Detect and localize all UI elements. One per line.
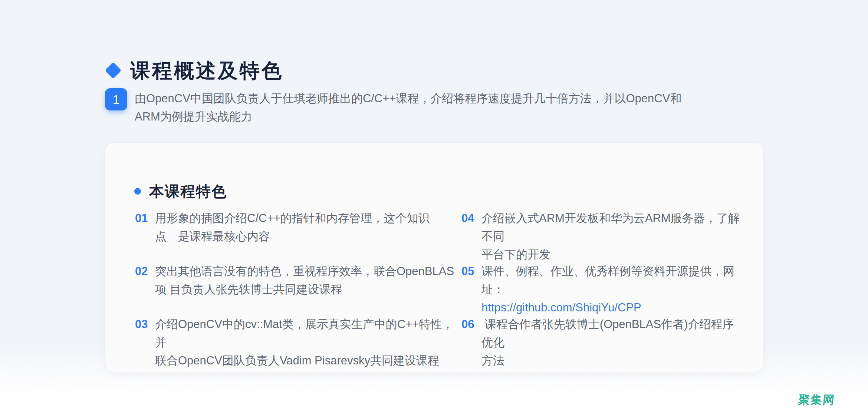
item-text: 介绍OpenCV中的cv::Mat类，展示真实生产中的C++特性，并 联合Ope… <box>155 315 461 370</box>
feature-item-04: 04 介绍嵌入式ARM开发板和华为云ARM服务器，了解不同 平台下的开发 <box>461 209 743 245</box>
intro-line: ARM为例提升实战能力 <box>135 108 681 126</box>
feature-item-01: 01 用形象的插图介绍C/C++的指针和内存管理，这个知识 点 是课程最核心内容 <box>135 209 461 245</box>
item-text: 突出其他语言没有的特色，重视程序效率，联合OpenBLAS 项 目负责人张先轶博… <box>155 262 454 298</box>
item-text: 介绍嵌入式ARM开发板和华为云ARM服务器，了解不同 平台下的开发 <box>481 209 743 264</box>
page-title: 课程概述及特色 <box>130 56 283 85</box>
item-line: 突出其他语言没有的特色，重视程序效率，联合OpenBLAS <box>155 262 454 280</box>
item-line: 课程合作者张先轶博士(OpenBLAS作者)介绍程序优化 <box>481 315 743 351</box>
item-number: 01 <box>135 209 152 227</box>
item-line: 平台下的开发 <box>481 245 743 264</box>
feature-items-grid: 01 用形象的插图介绍C/C++的指针和内存管理，这个知识 点 是课程最核心内容… <box>135 209 743 351</box>
item-text: 用形象的插图介绍C/C++的指针和内存管理，这个知识 点 是课程最核心内容 <box>155 209 430 245</box>
github-link[interactable]: https://github.com/ShiqiYu/CPP <box>481 298 743 317</box>
card-heading: 本课程特色 <box>149 182 227 200</box>
item-number: 02 <box>135 262 152 280</box>
intro-row: 1 由OpenCV中国团队负责人于仕琪老师推出的C/C++课程，介绍将程序速度提… <box>105 88 681 126</box>
item-number: 06 <box>461 315 479 333</box>
step-badge: 1 <box>105 88 127 110</box>
intro-text: 由OpenCV中国团队负责人于仕琪老师推出的C/C++课程，介绍将程序速度提升几… <box>135 88 681 126</box>
intro-line: 由OpenCV中国团队负责人于仕琪老师推出的C/C++课程，介绍将程序速度提升几… <box>135 89 681 108</box>
item-number: 04 <box>461 209 479 227</box>
item-number: 03 <box>135 315 152 333</box>
diamond-bullet-icon <box>105 62 121 79</box>
card-heading-row: 本课程特色 <box>134 170 227 212</box>
item-text: 课件、例程、作业、优秀样例等资料开源提供，网址： https://github.… <box>481 262 743 317</box>
item-line: 联合OpenCV团队负责人Vadim Pisarevsky共同建设课程 <box>155 351 461 370</box>
feature-item-06: 06 课程合作者张先轶博士(OpenBLAS作者)介绍程序优化 方法 <box>461 315 743 351</box>
item-line: 用形象的插图介绍C/C++的指针和内存管理，这个知识 <box>155 209 430 227</box>
page-background: 课程概述及特色 1 由OpenCV中国团队负责人于仕琪老师推出的C/C++课程，… <box>0 0 868 410</box>
item-text: 课程合作者张先轶博士(OpenBLAS作者)介绍程序优化 方法 <box>481 315 743 370</box>
feature-card: 本课程特色 01 用形象的插图介绍C/C++的指针和内存管理，这个知识 点 是课… <box>105 142 763 372</box>
item-line: 课件、例程、作业、优秀样例等资料开源提供，网址： <box>481 262 743 298</box>
feature-item-05: 05 课件、例程、作业、优秀样例等资料开源提供，网址： https://gith… <box>461 262 743 298</box>
item-line: 点 是课程最核心内容 <box>155 227 430 245</box>
item-line: 项 目负责人张先轶博士共同建设课程 <box>155 280 454 298</box>
item-number: 05 <box>461 262 479 280</box>
site-watermark: 聚集网 <box>798 392 836 408</box>
item-line: 介绍OpenCV中的cv::Mat类，展示真实生产中的C++特性，并 <box>155 315 461 351</box>
dot-bullet-icon <box>134 188 141 195</box>
feature-item-02: 02 突出其他语言没有的特色，重视程序效率，联合OpenBLAS 项 目负责人张… <box>135 262 461 298</box>
item-line: 介绍嵌入式ARM开发板和华为云ARM服务器，了解不同 <box>481 209 743 245</box>
item-line: 方法 <box>481 351 743 370</box>
feature-item-03: 03 介绍OpenCV中的cv::Mat类，展示真实生产中的C++特性，并 联合… <box>135 315 461 351</box>
